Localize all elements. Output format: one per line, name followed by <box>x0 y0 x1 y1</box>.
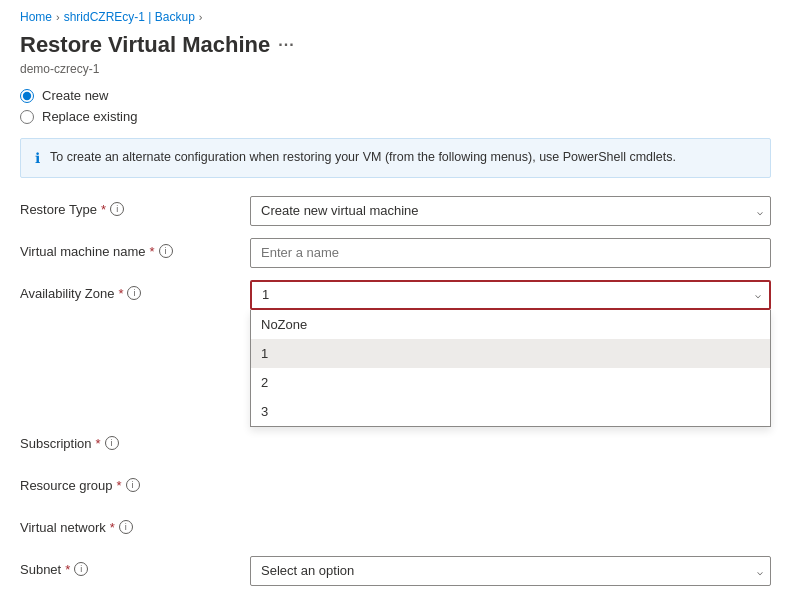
required-restore-type: * <box>101 202 106 217</box>
restore-form: Restore Type * i Create new virtual mach… <box>20 196 771 590</box>
form-row-subscription: Subscription * i <box>20 430 771 462</box>
info-virtual-network[interactable]: i <box>119 520 133 534</box>
info-vm-name[interactable]: i <box>159 244 173 258</box>
info-availability-zone[interactable]: i <box>127 286 141 300</box>
dropdown-restore-type[interactable]: Create new virtual machine <box>250 196 771 226</box>
az-selected-display[interactable]: 1 ⌵ <box>250 280 771 310</box>
required-subnet: * <box>65 562 70 577</box>
form-row-vm-name: Virtual machine name * i <box>20 238 771 270</box>
info-banner: ℹ To create an alternate configuration w… <box>20 138 771 178</box>
radio-create-new-label: Create new <box>42 88 108 103</box>
dropdown-restore-type-wrapper: Create new virtual machine ⌵ <box>250 196 771 226</box>
info-banner-icon: ℹ <box>35 150 40 166</box>
form-row-availability-zone: Availability Zone * i 1 ⌵ NoZone 1 2 3 <box>20 280 771 312</box>
dropdown-subnet-wrapper: Select an option ⌵ <box>250 556 771 586</box>
page-title: Restore Virtual Machine <box>20 32 270 58</box>
az-option-1[interactable]: 1 <box>251 339 770 368</box>
info-banner-text: To create an alternate configuration whe… <box>50 149 676 167</box>
page-subtitle: demo-czrecy-1 <box>20 62 771 76</box>
az-selected-value: 1 <box>262 287 269 302</box>
control-subnet: Select an option ⌵ <box>250 556 771 586</box>
breadcrumb-resource[interactable]: shridCZREcy-1 | Backup <box>64 10 195 24</box>
label-subnet: Subnet * i <box>20 556 250 577</box>
radio-replace-existing-input[interactable] <box>20 110 34 124</box>
info-subscription[interactable]: i <box>105 436 119 450</box>
chevron-az: ⌵ <box>755 289 761 300</box>
restore-mode-group: Create new Replace existing <box>20 88 771 124</box>
label-virtual-network: Virtual network * i <box>20 514 250 535</box>
control-availability-zone: 1 ⌵ NoZone 1 2 3 <box>250 280 771 310</box>
required-virtual-network: * <box>110 520 115 535</box>
control-restore-type: Create new virtual machine ⌵ <box>250 196 771 226</box>
input-vm-name[interactable] <box>250 238 771 268</box>
control-vm-name <box>250 238 771 268</box>
az-option-2[interactable]: 2 <box>251 368 770 397</box>
form-row-virtual-network: Virtual network * i <box>20 514 771 546</box>
form-row-restore-type: Restore Type * i Create new virtual mach… <box>20 196 771 228</box>
label-subscription: Subscription * i <box>20 430 250 451</box>
required-vm-name: * <box>150 244 155 259</box>
az-dropdown-wrapper: 1 ⌵ NoZone 1 2 3 <box>250 280 771 310</box>
required-availability-zone: * <box>118 286 123 301</box>
dropdown-subnet[interactable]: Select an option <box>250 556 771 586</box>
info-restore-type[interactable]: i <box>110 202 124 216</box>
breadcrumb-sep1: › <box>56 11 60 23</box>
label-availability-zone: Availability Zone * i <box>20 280 250 301</box>
az-option-nozone[interactable]: NoZone <box>251 310 770 339</box>
label-vm-name: Virtual machine name * i <box>20 238 250 259</box>
form-row-subnet: Subnet * i Select an option ⌵ <box>20 556 771 588</box>
radio-create-new[interactable]: Create new <box>20 88 771 103</box>
az-dropdown-list: NoZone 1 2 3 <box>250 310 771 427</box>
radio-create-new-input[interactable] <box>20 89 34 103</box>
radio-replace-existing-label: Replace existing <box>42 109 137 124</box>
more-options-icon[interactable]: ··· <box>278 36 294 54</box>
breadcrumb: Home › shridCZREcy-1 | Backup › <box>0 0 791 32</box>
breadcrumb-sep2: › <box>199 11 203 23</box>
info-subnet[interactable]: i <box>74 562 88 576</box>
label-restore-type: Restore Type * i <box>20 196 250 217</box>
radio-replace-existing[interactable]: Replace existing <box>20 109 771 124</box>
required-subscription: * <box>96 436 101 451</box>
label-resource-group: Resource group * i <box>20 472 250 493</box>
required-resource-group: * <box>117 478 122 493</box>
info-resource-group[interactable]: i <box>126 478 140 492</box>
page-title-row: Restore Virtual Machine ··· <box>20 32 771 58</box>
breadcrumb-home[interactable]: Home <box>20 10 52 24</box>
form-row-resource-group: Resource group * i <box>20 472 771 504</box>
az-option-3[interactable]: 3 <box>251 397 770 426</box>
